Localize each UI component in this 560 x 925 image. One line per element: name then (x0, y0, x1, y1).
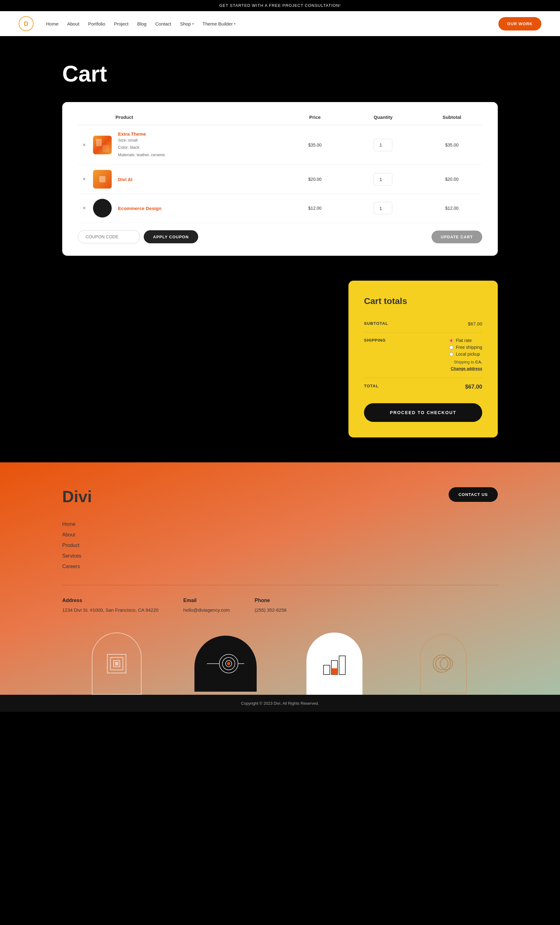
remove-cell: × (78, 125, 90, 165)
cart-table-wrapper: Product Price Quantity Subtotal × Extra … (62, 102, 498, 256)
table-row: × Divi AI $20.00 $20.00 (78, 165, 482, 194)
col-product: Product (116, 114, 285, 125)
checkout-button[interactable]: PROCEED TO CHECKOUT (364, 403, 482, 422)
contact-phone: Phone (255) 352-6258 (255, 598, 287, 614)
qty-cell (345, 194, 422, 223)
cart-totals-box: Cart totals SUBTOTAL $67.00 SHIPPING Fla… (348, 281, 498, 437)
col-thumb (90, 114, 116, 125)
total-label: TOTAL (364, 384, 379, 388)
footer-nav-about[interactable]: About (62, 532, 498, 538)
our-work-button[interactable]: OUR WORK (498, 17, 541, 30)
footer-nav-product[interactable]: Product (62, 542, 498, 548)
shipping-free-radio[interactable] (449, 345, 453, 350)
address-heading: Address (62, 598, 158, 603)
footer-nav-services[interactable]: Services (62, 553, 498, 559)
cart-totals-title: Cart totals (364, 296, 482, 306)
shipping-flat-radio[interactable] (449, 339, 453, 343)
shipping-option-flat[interactable]: Flat rate (449, 338, 482, 343)
footer-bottom: Copyright © 2023 Divi. All Rights Reserv… (0, 695, 560, 712)
svg-rect-10 (324, 665, 330, 675)
shipping-option-free[interactable]: Free shipping (449, 345, 482, 350)
remove-item-button[interactable]: × (80, 142, 88, 148)
quantity-input[interactable] (373, 139, 392, 151)
shipping-options: Flat rate Free shipping Local pickup Shi… (449, 338, 482, 372)
arch-outline-4 (420, 634, 467, 693)
col-quantity: Quantity (345, 114, 422, 125)
nav-project[interactable]: Project (114, 21, 128, 26)
price-cell: $12.00 (285, 194, 345, 223)
subtotal-label: SUBTOTAL (364, 321, 388, 326)
table-row: × Ecommerce Design $12.00 $12.00 (78, 194, 482, 223)
thumb-cell (90, 165, 116, 194)
nav-blog[interactable]: Blog (137, 21, 146, 26)
contact-us-button[interactable]: CONTACT US (449, 487, 498, 502)
remove-cell: × (78, 194, 90, 223)
update-cart-button[interactable]: UPDATE CART (432, 230, 482, 243)
subtotal-cell: $12.00 (422, 194, 482, 223)
shipping-option-pickup[interactable]: Local pickup (449, 352, 482, 357)
illustration-3 (280, 633, 389, 695)
svg-rect-3 (115, 662, 119, 666)
arch-white (306, 633, 363, 695)
navbar: D Home About Portfolio Project Blog Cont… (0, 11, 560, 36)
nav-theme-builder[interactable]: Theme Builder ▾ (203, 21, 236, 26)
blocks-icon (322, 651, 347, 676)
nav-shop[interactable]: Shop ▾ (180, 21, 194, 26)
footer-nav: Home About Product Services Careers (62, 521, 498, 569)
col-remove (78, 114, 90, 125)
cart-title: Cart (62, 61, 498, 86)
cart-table: Product Price Quantity Subtotal × Extra … (78, 114, 482, 223)
col-price: Price (285, 114, 345, 125)
qty-cell (345, 165, 422, 194)
remove-item-button[interactable]: × (80, 176, 88, 182)
shipping-label: SHIPPING (364, 338, 386, 343)
top-banner: GET STARTED WITH A FREE PROJECT CONSULTA… (0, 0, 560, 11)
remove-cell: × (78, 165, 90, 194)
product-name-cell: Divi AI (116, 165, 285, 194)
top-banner-text: GET STARTED WITH A FREE PROJECT CONSULTA… (219, 3, 341, 8)
illustration-2 (171, 633, 280, 695)
nav-contact[interactable]: Contact (155, 21, 172, 26)
phone-heading: Phone (255, 598, 287, 603)
contact-email: Email hello@diviagency.com (183, 598, 230, 614)
illustration-4 (389, 633, 498, 695)
shipping-pickup-radio[interactable] (449, 352, 453, 356)
footer-nav-home[interactable]: Home (62, 521, 498, 527)
quantity-input[interactable] (373, 202, 392, 214)
price-cell: $35.00 (285, 125, 345, 165)
chevron-down-icon: ▾ (192, 22, 194, 26)
footer-divider (62, 585, 498, 585)
nav-links: Home About Portfolio Project Blog Contac… (46, 21, 235, 26)
remove-item-button[interactable]: × (80, 205, 88, 211)
squares-icon (104, 651, 129, 676)
footer-illustrations (62, 633, 498, 695)
total-value: $67.00 (465, 384, 482, 390)
footer-brand: Divi (62, 487, 92, 506)
coupon-row: APPLY COUPON UPDATE CART (78, 230, 482, 243)
arch-outline-1 (92, 633, 142, 695)
thumb-cell (90, 194, 116, 223)
nav-portfolio[interactable]: Portfolio (88, 21, 105, 26)
product-name-cell: Extra Theme Size: smallColor: blackMater… (116, 125, 285, 165)
copyright: Copyright © 2023 Divi. All Rights Reserv… (241, 701, 319, 706)
footer: Divi CONTACT US Home About Product Servi… (0, 462, 560, 695)
svg-point-8 (227, 662, 230, 665)
cart-section: Cart Product Price Quantity Subtotal × (0, 36, 560, 281)
quantity-input[interactable] (373, 173, 392, 185)
svg-rect-13 (331, 668, 337, 675)
coupon-input[interactable] (78, 230, 140, 243)
footer-nav-careers[interactable]: Careers (62, 564, 498, 569)
nav-home[interactable]: Home (46, 21, 59, 26)
svg-rect-12 (339, 656, 345, 675)
apply-coupon-button[interactable]: APPLY COUPON (144, 230, 198, 243)
nav-about[interactable]: About (67, 21, 79, 26)
address-value: 1234 Divi St. #1000, San Francisco, CA 9… (62, 606, 158, 614)
shipping-row: SHIPPING Flat rate Free shipping Local p… (364, 332, 482, 378)
logo[interactable]: D (19, 16, 34, 31)
change-address-link[interactable]: Change address (451, 366, 482, 371)
contact-address: Address 1234 Divi St. #1000, San Francis… (62, 598, 158, 614)
illustration-1 (62, 633, 171, 695)
email-value: hello@diviagency.com (183, 606, 230, 614)
total-row: TOTAL $67.00 (364, 378, 482, 396)
subtotal-cell: $35.00 (422, 125, 482, 165)
